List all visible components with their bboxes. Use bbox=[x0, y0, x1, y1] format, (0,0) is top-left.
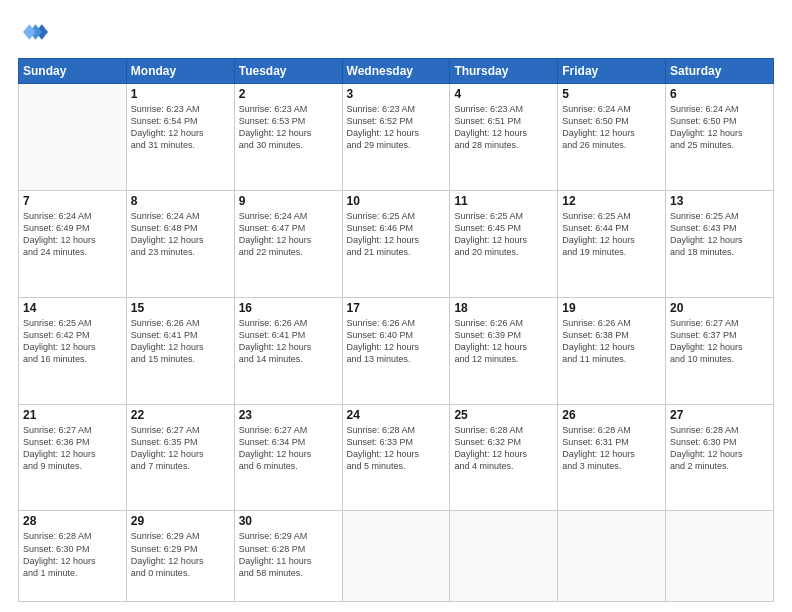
day-number: 28 bbox=[23, 514, 122, 528]
day-number: 22 bbox=[131, 408, 230, 422]
day-cell: 26Sunrise: 6:28 AMSunset: 6:31 PMDayligh… bbox=[558, 404, 666, 511]
day-info: Sunrise: 6:27 AMSunset: 6:34 PMDaylight:… bbox=[239, 424, 338, 473]
day-number: 25 bbox=[454, 408, 553, 422]
day-info: Sunrise: 6:25 AMSunset: 6:44 PMDaylight:… bbox=[562, 210, 661, 259]
day-info: Sunrise: 6:24 AMSunset: 6:48 PMDaylight:… bbox=[131, 210, 230, 259]
day-info: Sunrise: 6:23 AMSunset: 6:51 PMDaylight:… bbox=[454, 103, 553, 152]
week-row-2: 7Sunrise: 6:24 AMSunset: 6:49 PMDaylight… bbox=[19, 190, 774, 297]
day-cell: 5Sunrise: 6:24 AMSunset: 6:50 PMDaylight… bbox=[558, 84, 666, 191]
day-cell: 13Sunrise: 6:25 AMSunset: 6:43 PMDayligh… bbox=[666, 190, 774, 297]
day-info: Sunrise: 6:26 AMSunset: 6:41 PMDaylight:… bbox=[239, 317, 338, 366]
day-info: Sunrise: 6:27 AMSunset: 6:37 PMDaylight:… bbox=[670, 317, 769, 366]
day-number: 5 bbox=[562, 87, 661, 101]
day-cell: 28Sunrise: 6:28 AMSunset: 6:30 PMDayligh… bbox=[19, 511, 127, 602]
day-number: 3 bbox=[347, 87, 446, 101]
day-info: Sunrise: 6:23 AMSunset: 6:53 PMDaylight:… bbox=[239, 103, 338, 152]
day-info: Sunrise: 6:24 AMSunset: 6:50 PMDaylight:… bbox=[670, 103, 769, 152]
day-info: Sunrise: 6:27 AMSunset: 6:35 PMDaylight:… bbox=[131, 424, 230, 473]
day-number: 29 bbox=[131, 514, 230, 528]
day-info: Sunrise: 6:28 AMSunset: 6:31 PMDaylight:… bbox=[562, 424, 661, 473]
day-number: 30 bbox=[239, 514, 338, 528]
day-cell: 25Sunrise: 6:28 AMSunset: 6:32 PMDayligh… bbox=[450, 404, 558, 511]
page-header bbox=[18, 18, 774, 50]
day-info: Sunrise: 6:25 AMSunset: 6:46 PMDaylight:… bbox=[347, 210, 446, 259]
day-cell: 18Sunrise: 6:26 AMSunset: 6:39 PMDayligh… bbox=[450, 297, 558, 404]
day-info: Sunrise: 6:28 AMSunset: 6:30 PMDaylight:… bbox=[23, 530, 122, 579]
day-info: Sunrise: 6:27 AMSunset: 6:36 PMDaylight:… bbox=[23, 424, 122, 473]
day-info: Sunrise: 6:29 AMSunset: 6:29 PMDaylight:… bbox=[131, 530, 230, 579]
day-number: 14 bbox=[23, 301, 122, 315]
calendar-table: SundayMondayTuesdayWednesdayThursdayFrid… bbox=[18, 58, 774, 602]
day-cell: 29Sunrise: 6:29 AMSunset: 6:29 PMDayligh… bbox=[126, 511, 234, 602]
day-cell: 1Sunrise: 6:23 AMSunset: 6:54 PMDaylight… bbox=[126, 84, 234, 191]
day-cell: 8Sunrise: 6:24 AMSunset: 6:48 PMDaylight… bbox=[126, 190, 234, 297]
weekday-thursday: Thursday bbox=[450, 59, 558, 84]
day-number: 17 bbox=[347, 301, 446, 315]
weekday-sunday: Sunday bbox=[19, 59, 127, 84]
day-number: 11 bbox=[454, 194, 553, 208]
day-number: 1 bbox=[131, 87, 230, 101]
logo bbox=[18, 18, 52, 50]
day-info: Sunrise: 6:24 AMSunset: 6:47 PMDaylight:… bbox=[239, 210, 338, 259]
day-info: Sunrise: 6:28 AMSunset: 6:30 PMDaylight:… bbox=[670, 424, 769, 473]
day-info: Sunrise: 6:26 AMSunset: 6:38 PMDaylight:… bbox=[562, 317, 661, 366]
day-number: 4 bbox=[454, 87, 553, 101]
day-info: Sunrise: 6:23 AMSunset: 6:52 PMDaylight:… bbox=[347, 103, 446, 152]
day-number: 24 bbox=[347, 408, 446, 422]
weekday-tuesday: Tuesday bbox=[234, 59, 342, 84]
day-cell: 12Sunrise: 6:25 AMSunset: 6:44 PMDayligh… bbox=[558, 190, 666, 297]
week-row-3: 14Sunrise: 6:25 AMSunset: 6:42 PMDayligh… bbox=[19, 297, 774, 404]
day-number: 18 bbox=[454, 301, 553, 315]
day-cell bbox=[19, 84, 127, 191]
day-cell: 22Sunrise: 6:27 AMSunset: 6:35 PMDayligh… bbox=[126, 404, 234, 511]
day-info: Sunrise: 6:26 AMSunset: 6:40 PMDaylight:… bbox=[347, 317, 446, 366]
day-number: 19 bbox=[562, 301, 661, 315]
day-cell: 2Sunrise: 6:23 AMSunset: 6:53 PMDaylight… bbox=[234, 84, 342, 191]
calendar-body: 1Sunrise: 6:23 AMSunset: 6:54 PMDaylight… bbox=[19, 84, 774, 602]
day-number: 23 bbox=[239, 408, 338, 422]
day-cell: 9Sunrise: 6:24 AMSunset: 6:47 PMDaylight… bbox=[234, 190, 342, 297]
day-number: 13 bbox=[670, 194, 769, 208]
day-info: Sunrise: 6:26 AMSunset: 6:39 PMDaylight:… bbox=[454, 317, 553, 366]
day-number: 2 bbox=[239, 87, 338, 101]
day-cell: 3Sunrise: 6:23 AMSunset: 6:52 PMDaylight… bbox=[342, 84, 450, 191]
day-info: Sunrise: 6:26 AMSunset: 6:41 PMDaylight:… bbox=[131, 317, 230, 366]
day-number: 12 bbox=[562, 194, 661, 208]
day-cell: 10Sunrise: 6:25 AMSunset: 6:46 PMDayligh… bbox=[342, 190, 450, 297]
week-row-5: 28Sunrise: 6:28 AMSunset: 6:30 PMDayligh… bbox=[19, 511, 774, 602]
day-number: 16 bbox=[239, 301, 338, 315]
day-info: Sunrise: 6:25 AMSunset: 6:45 PMDaylight:… bbox=[454, 210, 553, 259]
day-number: 20 bbox=[670, 301, 769, 315]
day-number: 8 bbox=[131, 194, 230, 208]
day-cell: 16Sunrise: 6:26 AMSunset: 6:41 PMDayligh… bbox=[234, 297, 342, 404]
day-number: 7 bbox=[23, 194, 122, 208]
day-cell: 23Sunrise: 6:27 AMSunset: 6:34 PMDayligh… bbox=[234, 404, 342, 511]
day-info: Sunrise: 6:24 AMSunset: 6:50 PMDaylight:… bbox=[562, 103, 661, 152]
day-cell: 4Sunrise: 6:23 AMSunset: 6:51 PMDaylight… bbox=[450, 84, 558, 191]
day-info: Sunrise: 6:29 AMSunset: 6:28 PMDaylight:… bbox=[239, 530, 338, 579]
day-cell: 7Sunrise: 6:24 AMSunset: 6:49 PMDaylight… bbox=[19, 190, 127, 297]
day-cell: 6Sunrise: 6:24 AMSunset: 6:50 PMDaylight… bbox=[666, 84, 774, 191]
day-number: 21 bbox=[23, 408, 122, 422]
weekday-friday: Friday bbox=[558, 59, 666, 84]
day-cell bbox=[558, 511, 666, 602]
day-info: Sunrise: 6:25 AMSunset: 6:43 PMDaylight:… bbox=[670, 210, 769, 259]
day-info: Sunrise: 6:24 AMSunset: 6:49 PMDaylight:… bbox=[23, 210, 122, 259]
day-number: 27 bbox=[670, 408, 769, 422]
day-cell: 24Sunrise: 6:28 AMSunset: 6:33 PMDayligh… bbox=[342, 404, 450, 511]
day-cell bbox=[342, 511, 450, 602]
day-cell: 27Sunrise: 6:28 AMSunset: 6:30 PMDayligh… bbox=[666, 404, 774, 511]
day-number: 6 bbox=[670, 87, 769, 101]
weekday-monday: Monday bbox=[126, 59, 234, 84]
day-info: Sunrise: 6:28 AMSunset: 6:33 PMDaylight:… bbox=[347, 424, 446, 473]
day-cell bbox=[450, 511, 558, 602]
day-cell bbox=[666, 511, 774, 602]
day-cell: 21Sunrise: 6:27 AMSunset: 6:36 PMDayligh… bbox=[19, 404, 127, 511]
day-info: Sunrise: 6:25 AMSunset: 6:42 PMDaylight:… bbox=[23, 317, 122, 366]
day-cell: 11Sunrise: 6:25 AMSunset: 6:45 PMDayligh… bbox=[450, 190, 558, 297]
day-info: Sunrise: 6:23 AMSunset: 6:54 PMDaylight:… bbox=[131, 103, 230, 152]
weekday-wednesday: Wednesday bbox=[342, 59, 450, 84]
logo-icon bbox=[20, 18, 48, 46]
day-cell: 19Sunrise: 6:26 AMSunset: 6:38 PMDayligh… bbox=[558, 297, 666, 404]
day-number: 10 bbox=[347, 194, 446, 208]
